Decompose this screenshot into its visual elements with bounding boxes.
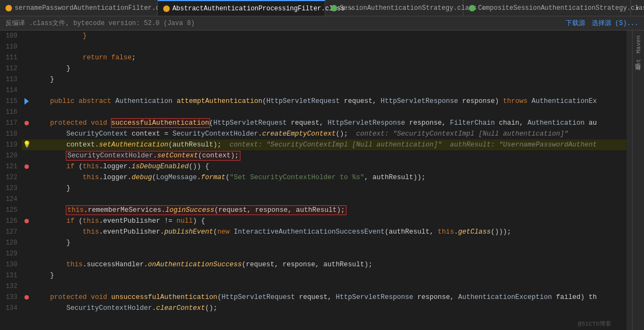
border-panel-label[interactable]: 边框 (634, 73, 642, 77)
line-bp-125[interactable] (22, 205, 32, 216)
line-bp-113[interactable] (22, 74, 32, 85)
line-num-111: 111 (0, 52, 22, 63)
line-content-130: this.successHandler.onAuthenticationSucc… (32, 259, 627, 270)
table-row: 109 } (0, 30, 627, 41)
line-content-132 (32, 281, 627, 292)
line-bp-109[interactable] (22, 30, 32, 41)
tab-2-icon (163, 5, 170, 12)
line-num-110: 110 (0, 41, 22, 52)
line-bp-114[interactable] (22, 85, 32, 96)
bookmark-icon (24, 98, 29, 105)
line-content-121: if (this.logger.isDebugEnabled()) { (32, 161, 627, 172)
code-lines: 109 } 110 111 return false; 112 (0, 30, 627, 314)
table-row: 123 } (0, 183, 627, 194)
line-bp-115[interactable] (22, 96, 32, 107)
maven-panel-label[interactable]: Maven (635, 33, 642, 56)
line-content-134: SecurityContextHolder.clearContext(); (32, 303, 627, 314)
breakpoint-icon (24, 219, 29, 223)
tab-1[interactable]: sernamePasswordAuthenticationFilter.clas… (0, 0, 158, 16)
line-bp-126[interactable] (22, 216, 32, 227)
tab-3-icon (331, 5, 337, 11)
download-source-btn[interactable]: 下载源 (566, 19, 585, 28)
ant-panel-label[interactable]: Ant (635, 57, 642, 72)
line-bp-121[interactable] (22, 161, 32, 172)
line-bp-112[interactable] (22, 63, 32, 74)
line-content-114 (32, 85, 627, 96)
table-row: 116 (0, 107, 627, 118)
table-row: 114 (0, 85, 627, 96)
table-row: 122 this.logger.debug(LogMessage.format(… (0, 172, 627, 183)
tab-3[interactable]: SessionAuthenticationStrategy.class ✕ (325, 0, 463, 16)
line-num-121: 121 (0, 161, 22, 172)
line-content-131: } (32, 270, 627, 281)
line-num-131: 131 (0, 270, 22, 281)
tab-2[interactable]: AbstractAuthenticationProcessingFilter.c… (158, 0, 325, 16)
line-bp-111[interactable] (22, 52, 32, 63)
line-num-123: 123 (0, 183, 22, 194)
line-content-113: } (32, 74, 627, 85)
line-num-125: 125 (0, 205, 22, 216)
watermark: @51CTO博客 (578, 320, 611, 328)
tab-bar[interactable]: sernamePasswordAuthenticationFilter.clas… (0, 0, 644, 16)
table-row: 118 SecurityContext context = SecurityCo… (0, 129, 627, 139)
line-num-109: 109 (0, 30, 22, 41)
tab-4-icon (469, 5, 475, 11)
line-bp-134[interactable] (22, 303, 32, 314)
line-bp-131[interactable] (22, 270, 32, 281)
breakpoint-icon (24, 164, 29, 169)
line-num-122: 122 (0, 172, 22, 183)
line-content-117: protected void successfulAuthentication(… (32, 118, 627, 129)
tab-4[interactable]: CompositeSessionAuthenticationStrategy.c… (463, 0, 631, 16)
line-bp-132[interactable] (22, 281, 32, 292)
table-row: 129 (0, 248, 627, 259)
line-bp-130[interactable] (22, 259, 32, 270)
tab-overflow[interactable]: ▾ (631, 3, 644, 13)
line-content-109: } (32, 30, 627, 41)
line-bp-123[interactable] (22, 183, 32, 194)
line-num-120: 120 (0, 150, 22, 161)
table-row: 115 public abstract Authentication attem… (0, 96, 627, 107)
sub-header-actions: 下载源 选择源 (S)... (566, 19, 639, 28)
line-bp-133[interactable] (22, 292, 32, 303)
code-area[interactable]: 109 } 110 111 return false; 112 (0, 30, 627, 330)
line-num-126: 126 (0, 216, 22, 227)
line-num-117: 117 (0, 118, 22, 129)
line-num-129: 129 (0, 248, 22, 259)
tab-3-label: SessionAuthenticationStrategy.class (340, 4, 477, 12)
line-bp-127[interactable] (22, 227, 32, 237)
line-content-122: this.logger.debug(LogMessage.format("Set… (32, 172, 627, 183)
table-row: 112 } (0, 63, 627, 74)
line-content-127: this.eventPublisher.publishEvent(new Int… (32, 227, 627, 237)
scrollbar-track[interactable] (627, 30, 632, 330)
side-panel-right: Maven Ant 边框 (632, 30, 644, 330)
line-num-116: 116 (0, 107, 22, 118)
line-bp-118[interactable] (22, 129, 32, 139)
line-num-113: 113 (0, 74, 22, 85)
table-row: 117 protected void successfulAuthenticat… (0, 118, 627, 129)
line-bp-116[interactable] (22, 107, 32, 118)
line-num-119: 119 (0, 139, 22, 150)
line-bp-120[interactable] (22, 150, 32, 161)
choose-source-btn[interactable]: 选择源 (S)... (592, 19, 639, 28)
line-content-120: SecurityContextHolder.setContext(context… (32, 150, 627, 161)
line-content-111: return false; (32, 52, 627, 63)
decompile-info: 反编译 .class文件, bytecode version: 52.0 (Ja… (5, 19, 195, 28)
table-row: 130 this.successHandler.onAuthentication… (0, 259, 627, 270)
line-bp-122[interactable] (22, 172, 32, 183)
table-row: 111 return false; (0, 52, 627, 63)
line-content-125: this.rememberMeServices.loginSuccess(req… (32, 205, 627, 216)
table-row: 128 } (0, 237, 627, 248)
line-bp-128[interactable] (22, 237, 32, 248)
line-num-130: 130 (0, 259, 22, 270)
line-content-123: } (32, 183, 627, 194)
line-bp-119[interactable]: 💡 (22, 139, 32, 150)
line-bp-124[interactable] (22, 194, 32, 205)
line-num-134: 134 (0, 303, 22, 314)
line-num-127: 127 (0, 227, 22, 237)
line-bp-129[interactable] (22, 248, 32, 259)
line-num-114: 114 (0, 85, 22, 96)
line-bp-110[interactable] (22, 41, 32, 52)
line-content-126: if (this.eventPublisher != null) { (32, 216, 627, 227)
line-bp-117[interactable] (22, 118, 32, 129)
line-num-118: 118 (0, 129, 22, 139)
